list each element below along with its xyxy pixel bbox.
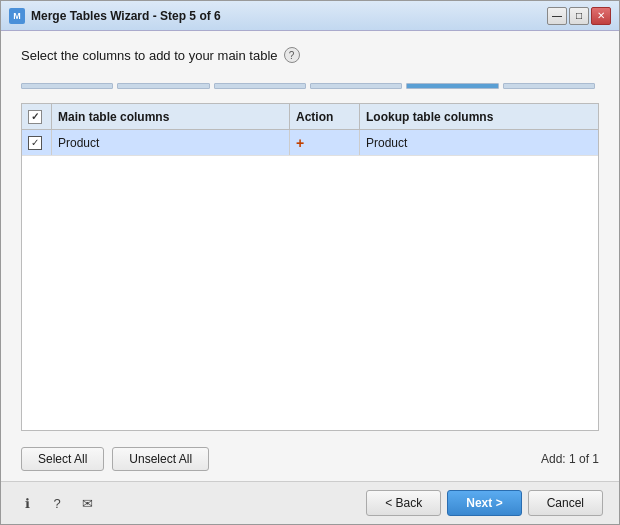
window-title: Merge Tables Wizard - Step 5 of 6	[31, 9, 221, 23]
step-tab-5[interactable]	[406, 83, 498, 89]
mail-icon[interactable]: ✉	[77, 493, 97, 513]
content-area: Select the columns to add to your main t…	[1, 31, 619, 481]
step-tab-1[interactable]	[21, 83, 113, 89]
title-bar: M Merge Tables Wizard - Step 5 of 6 — □ …	[1, 1, 619, 31]
footer-nav: ℹ ? ✉ < Back Next > Cancel	[1, 481, 619, 524]
step-tab-4[interactable]	[310, 83, 402, 89]
action-plus-icon: +	[296, 135, 304, 151]
header-action: Action	[290, 104, 360, 129]
header-section: Select the columns to add to your main t…	[21, 47, 599, 71]
help-icon[interactable]: ?	[284, 47, 300, 63]
cancel-button[interactable]: Cancel	[528, 490, 603, 516]
select-buttons: Select All Unselect All	[21, 447, 209, 471]
row-action-cell: +	[290, 130, 360, 155]
table-row[interactable]: ✓ Product + Product	[22, 130, 598, 156]
title-bar-left: M Merge Tables Wizard - Step 5 of 6	[9, 8, 221, 24]
wizard-window: M Merge Tables Wizard - Step 5 of 6 — □ …	[0, 0, 620, 525]
row-checkbox-cell[interactable]: ✓	[22, 130, 52, 155]
step-tab-3[interactable]	[214, 83, 306, 89]
minimize-button[interactable]: —	[547, 7, 567, 25]
window-icon: M	[9, 8, 25, 24]
close-button[interactable]: ✕	[591, 7, 611, 25]
footer-icons: ℹ ? ✉	[17, 493, 97, 513]
header-lookup-columns: Lookup table columns	[360, 104, 598, 129]
bottom-controls: Select All Unselect All Add: 1 of 1	[21, 441, 599, 471]
add-count-label: Add: 1 of 1	[541, 452, 599, 466]
next-button[interactable]: Next >	[447, 490, 521, 516]
columns-table: ✓ Main table columns Action Lookup table…	[21, 103, 599, 431]
title-bar-buttons: — □ ✕	[547, 7, 611, 25]
back-button[interactable]: < Back	[366, 490, 441, 516]
header-checkbox-cell[interactable]: ✓	[22, 104, 52, 129]
step-tab-6[interactable]	[503, 83, 595, 89]
row-lookup-column: Product	[360, 130, 598, 155]
maximize-button[interactable]: □	[569, 7, 589, 25]
step-tab-2[interactable]	[117, 83, 209, 89]
nav-buttons: < Back Next > Cancel	[366, 490, 603, 516]
select-all-button[interactable]: Select All	[21, 447, 104, 471]
step-tabs	[21, 83, 599, 89]
question-icon[interactable]: ?	[47, 493, 67, 513]
header-checkbox[interactable]: ✓	[28, 110, 42, 124]
table-header: ✓ Main table columns Action Lookup table…	[22, 104, 598, 130]
info-icon[interactable]: ℹ	[17, 493, 37, 513]
page-title: Select the columns to add to your main t…	[21, 47, 599, 63]
table-body: ✓ Product + Product	[22, 130, 598, 430]
row-checkbox[interactable]: ✓	[28, 136, 42, 150]
unselect-all-button[interactable]: Unselect All	[112, 447, 209, 471]
header-main-columns: Main table columns	[52, 104, 290, 129]
row-main-column: Product	[52, 130, 290, 155]
